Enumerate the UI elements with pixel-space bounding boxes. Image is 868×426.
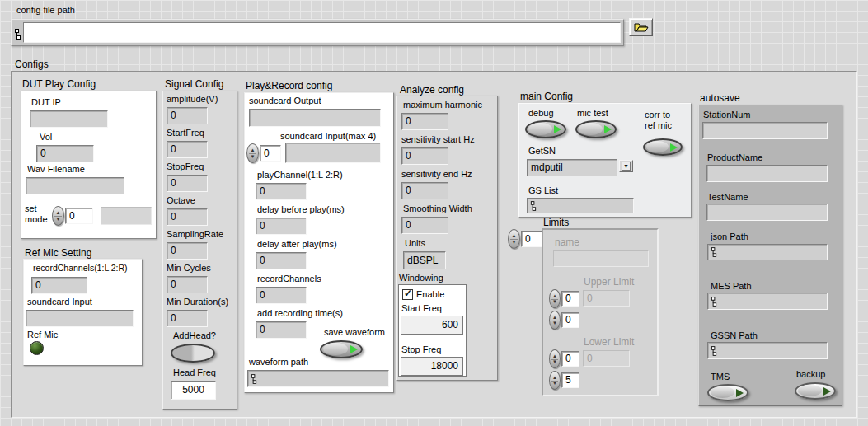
addhead-toggle[interactable] (171, 344, 215, 363)
maximum-harmonic-input[interactable]: 0 (401, 113, 448, 130)
lower-limit-input[interactable]: 0 (583, 350, 630, 367)
record-channels-input[interactable]: 0 (31, 277, 87, 294)
ref-mic-led[interactable] (30, 341, 44, 355)
wav-filename-input[interactable] (26, 177, 124, 194)
labview-front-panel: { "colors": { "panel":"#d8d8d8", "accent… (0, 0, 868, 426)
vol-input[interactable]: 0 (36, 145, 94, 162)
set-mode-extra-field[interactable] (101, 207, 152, 225)
stationnum-input[interactable] (702, 122, 828, 139)
upper-spin-a[interactable]: ▲ ▼ (549, 289, 561, 308)
spinner-down-icon[interactable]: ▼ (247, 154, 258, 159)
playchannel-input[interactable]: 0 (256, 183, 307, 200)
soundcard-input-index-spinner[interactable]: ▲ ▼ (246, 143, 259, 163)
getsn-dropdown[interactable]: mdputil (527, 159, 617, 176)
set-mode-spinner[interactable]: ▲ ▼ (52, 206, 64, 226)
lower-spin-b-field[interactable]: 5 (561, 372, 579, 388)
spinner-down-icon[interactable]: ▼ (550, 321, 560, 325)
set-mode-input[interactable]: 0 (65, 208, 93, 224)
set-mode-label-line1: set (25, 204, 37, 213)
min-duration-label: Min Duration(s) (167, 297, 228, 307)
delay-before-play-input[interactable]: 0 (256, 218, 307, 235)
min-cycles-input[interactable]: 0 (167, 276, 208, 293)
start-freq-input[interactable]: 600 (401, 316, 463, 335)
lower-spin-b[interactable]: ▲ ▼ (549, 371, 561, 390)
sensitivity-start-input[interactable]: 0 (401, 147, 448, 165)
upper-spin-a-value: 0 (565, 293, 571, 304)
min-duration-input[interactable]: 0 (167, 310, 208, 327)
limits-index-field[interactable]: 0 (521, 231, 542, 247)
corr-to-ref-mic-toggle[interactable] (643, 138, 683, 156)
spinner-down-icon[interactable]: ▼ (550, 299, 560, 304)
tms-toggle[interactable] (707, 384, 748, 401)
spinner-up-icon[interactable]: ▲ (550, 315, 560, 320)
corr-label-line1: corr to (645, 110, 670, 119)
stopfreq-value: 0 (171, 177, 176, 189)
spinner-down-icon[interactable]: ▼ (550, 381, 560, 386)
lower-spin-a-field[interactable]: 0 (561, 351, 579, 367)
head-freq-input[interactable]: 5000 (171, 381, 216, 400)
enable-checkbox[interactable]: ✓ (402, 289, 413, 300)
smoothing-width-value: 0 (406, 219, 411, 231)
upper-spin-a-field[interactable]: 0 (561, 291, 579, 307)
browse-button[interactable] (629, 18, 653, 36)
json-path-input[interactable] (707, 244, 828, 260)
samplingrate-value: 0 (171, 245, 176, 256)
spinner-up-icon[interactable]: ▲ (550, 353, 560, 358)
upper-spin-b-field[interactable]: 0 (561, 312, 579, 328)
sensitivity-end-input[interactable]: 0 (401, 182, 448, 199)
lower-spin-a[interactable]: ▲ ▼ (549, 349, 561, 368)
add-recording-time-value: 0 (260, 324, 265, 335)
dut-ip-label: DUT IP (31, 97, 61, 108)
testname-input[interactable] (706, 204, 828, 221)
mic-test-toggle[interactable] (575, 120, 617, 138)
config-file-path-input[interactable] (23, 22, 621, 43)
autosave-title: autosave (700, 92, 740, 104)
gssn-path-input[interactable] (707, 342, 828, 359)
limit-name-input[interactable] (553, 250, 649, 267)
spinner-down-icon[interactable]: ▼ (509, 240, 519, 245)
set-mode-label: setmode (25, 204, 48, 225)
smoothing-width-input[interactable]: 0 (401, 217, 448, 234)
addhead-label: AddHead? (173, 330, 216, 341)
limits-index-spinner[interactable]: ▲ ▼ (508, 229, 520, 249)
productname-input[interactable] (706, 165, 828, 182)
gs-list-input[interactable] (527, 198, 634, 213)
delay-after-play-input[interactable]: 0 (256, 252, 307, 269)
waveform-path-input[interactable] (247, 370, 389, 387)
stop-freq-input[interactable]: 18000 (401, 357, 463, 376)
sensitivity-start-label: sensitivity start Hz (401, 134, 475, 145)
soundcard-input-max4-input[interactable] (285, 143, 381, 163)
add-recording-time-input[interactable]: 0 (256, 321, 307, 339)
spinner-down-icon[interactable]: ▼ (550, 359, 560, 364)
spinner-up-icon[interactable]: ▲ (53, 210, 63, 215)
getsn-dropdown-button[interactable]: ▼ (619, 160, 633, 172)
startfreq-input[interactable]: 0 (167, 141, 208, 158)
backup-toggle[interactable] (795, 382, 836, 400)
units-field[interactable]: dBSPL (403, 251, 446, 269)
save-waveform-toggle[interactable] (320, 340, 363, 358)
getsn-value: mdputil (531, 162, 563, 173)
dut-ip-input[interactable] (30, 110, 108, 128)
mes-path-input[interactable] (707, 293, 828, 310)
config-file-path-control[interactable] (11, 19, 624, 46)
ref-soundcard-input-label: soundcard Input (27, 297, 92, 307)
samplingrate-input[interactable]: 0 (167, 242, 208, 260)
record-channels2-input[interactable]: 0 (256, 287, 307, 304)
spinner-up-icon[interactable]: ▲ (550, 293, 560, 298)
stopfreq-input[interactable]: 0 (167, 175, 208, 192)
soundcard-output-input[interactable] (249, 109, 381, 127)
soundcard-input-index-value: 0 (264, 147, 270, 159)
octave-input[interactable]: 0 (167, 208, 208, 226)
sensitivity-end-label: sensitivity end Hz (401, 169, 472, 180)
signal-config-title: Signal Config (165, 78, 223, 90)
spinner-up-icon[interactable]: ▲ (247, 147, 258, 152)
spinner-up-icon[interactable]: ▲ (509, 233, 519, 238)
amplitude-input[interactable]: 0 (167, 107, 208, 124)
upper-spin-b[interactable]: ▲ ▼ (549, 311, 561, 330)
ref-soundcard-input[interactable] (26, 310, 134, 327)
soundcard-input-index-field[interactable]: 0 (260, 145, 281, 162)
debug-toggle[interactable] (525, 120, 566, 138)
spinner-up-icon[interactable]: ▲ (550, 375, 560, 380)
spinner-down-icon[interactable]: ▼ (53, 217, 63, 222)
upper-limit-input[interactable]: 0 (583, 290, 630, 307)
